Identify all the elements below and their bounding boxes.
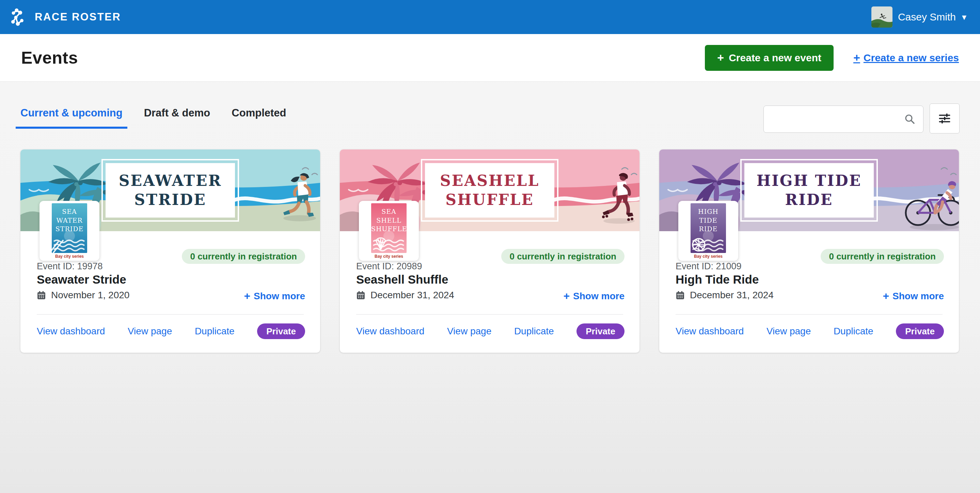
race-roster-logo[interactable]: RACE ROSTER	[10, 8, 121, 27]
calendar-icon	[356, 291, 365, 300]
view-dashboard-link[interactable]: View dashboard	[676, 326, 744, 337]
event-date: December 31, 2024	[371, 290, 454, 301]
show-more-link[interactable]: + Show more	[883, 290, 944, 302]
duplicate-link[interactable]: Duplicate	[195, 326, 235, 337]
banner-title: SEASHELL SHUFFLE	[440, 171, 539, 209]
divider	[37, 314, 304, 315]
registration-badge: 0 currently in registration	[821, 249, 944, 264]
tab-completed[interactable]: Completed	[227, 105, 291, 129]
event-title: Seashell Shuffle	[356, 273, 448, 286]
plus-icon: +	[853, 51, 860, 64]
tab-draft-demo[interactable]: Draft & demo	[139, 105, 215, 129]
private-status-badge: Private	[896, 323, 944, 339]
poster-title: SEA WATER STRIDE	[52, 203, 87, 234]
event-card: SEAWATER STRIDE	[21, 149, 320, 353]
page-header: Events + Create a new event + Create a n…	[0, 34, 980, 82]
poster-title: SEA SHELL SHUFFLE	[371, 203, 407, 234]
view-dashboard-link[interactable]: View dashboard	[356, 326, 424, 337]
view-page-link[interactable]: View page	[767, 326, 811, 337]
create-event-label: Create a new event	[729, 52, 821, 64]
event-date: November 1, 2020	[51, 290, 129, 301]
event-logo-thumbnail: HIGH TIDE RIDE Bay city series	[678, 201, 738, 261]
divider	[356, 314, 623, 315]
event-date-row: December 31, 2024	[356, 290, 454, 301]
view-dashboard-link[interactable]: View dashboard	[37, 326, 105, 337]
show-more-link[interactable]: + Show more	[244, 290, 305, 302]
duplicate-link[interactable]: Duplicate	[514, 326, 554, 337]
card-footer: View dashboard View page Duplicate Priva…	[356, 323, 625, 340]
event-title: Seawater Stride	[37, 273, 126, 286]
filter-sliders-icon	[938, 112, 951, 125]
private-status-badge: Private	[257, 323, 305, 339]
poster-title: HIGH TIDE RIDE	[690, 203, 726, 234]
create-event-button[interactable]: + Create a new event	[705, 45, 834, 71]
show-more-label: Show more	[892, 291, 944, 302]
view-page-link[interactable]: View page	[447, 326, 492, 337]
calendar-icon	[676, 291, 685, 300]
banner-title: HIGH TIDE RIDE	[757, 171, 862, 209]
event-date-row: December 31, 2024	[676, 290, 774, 301]
event-card: SEASHELL SHUFFLE	[340, 149, 640, 353]
avatar	[871, 6, 892, 27]
view-page-link[interactable]: View page	[128, 326, 172, 337]
series-tag: Bay city series	[55, 254, 84, 259]
events-toolbar: Current & upcoming Draft & demo Complete…	[0, 82, 980, 134]
event-card: HIGH TIDE RIDE	[659, 149, 959, 353]
filter-button[interactable]	[930, 103, 959, 134]
banner-title: SEAWATER STRIDE	[119, 171, 222, 209]
event-date-row: November 1, 2020	[37, 290, 129, 301]
plus-icon: +	[717, 51, 724, 64]
plus-icon: +	[883, 290, 889, 302]
registration-badge: 0 currently in registration	[182, 249, 305, 264]
event-card-list: SEAWATER STRIDE	[0, 134, 980, 353]
events-page: RACE ROSTER Casey Smith ▾ Events + Creat…	[0, 0, 980, 493]
chevron-down-icon: ▾	[962, 12, 966, 22]
tab-current-upcoming[interactable]: Current & upcoming	[16, 105, 127, 129]
event-logo-thumbnail: SEA WATER STRIDE Bay city series	[40, 201, 99, 261]
event-title: High Tide Ride	[676, 273, 759, 286]
event-date: December 31, 2024	[690, 290, 774, 301]
header-actions: + Create a new event + Create a new seri…	[705, 45, 959, 71]
card-footer: View dashboard View page Duplicate Priva…	[676, 323, 944, 340]
calendar-icon	[37, 291, 46, 300]
banner-title-frame: SEASHELL SHUFFLE	[421, 159, 558, 222]
banner-title-frame: SEAWATER STRIDE	[102, 159, 239, 222]
event-id: Event ID: 20989	[356, 261, 422, 272]
search-input[interactable]	[764, 105, 923, 133]
search-icon	[904, 114, 915, 125]
series-tag: Bay city series	[375, 254, 403, 259]
plus-icon: +	[563, 290, 570, 302]
event-logo-thumbnail: SEA SHELL SHUFFLE Bay city series	[359, 201, 419, 261]
show-more-link[interactable]: + Show more	[563, 290, 625, 302]
series-tag: Bay city series	[694, 254, 722, 259]
page-title: Events	[21, 48, 78, 68]
search-controls	[764, 105, 959, 134]
banner-title-frame: HIGH TIDE RIDE	[740, 159, 878, 222]
search-box	[764, 105, 923, 133]
user-name: Casey Smith	[898, 11, 956, 23]
event-id: Event ID: 21009	[676, 261, 741, 272]
show-more-label: Show more	[573, 291, 625, 302]
show-more-label: Show more	[254, 291, 305, 302]
event-id: Event ID: 19978	[37, 261, 103, 272]
create-series-label: Create a new series	[864, 52, 959, 64]
top-navigation-bar: RACE ROSTER Casey Smith ▾	[0, 0, 980, 34]
private-status-badge: Private	[576, 323, 625, 339]
duplicate-link[interactable]: Duplicate	[834, 326, 873, 337]
divider	[676, 314, 943, 315]
user-menu[interactable]: Casey Smith ▾	[871, 6, 966, 27]
registration-badge: 0 currently in registration	[501, 249, 625, 264]
plus-icon: +	[244, 290, 250, 302]
card-footer: View dashboard View page Duplicate Priva…	[37, 323, 305, 340]
brand-name: RACE ROSTER	[35, 11, 121, 23]
race-roster-logo-icon	[10, 8, 29, 27]
event-tabs: Current & upcoming Draft & demo Complete…	[16, 105, 303, 129]
create-series-link[interactable]: + Create a new series	[853, 51, 959, 64]
